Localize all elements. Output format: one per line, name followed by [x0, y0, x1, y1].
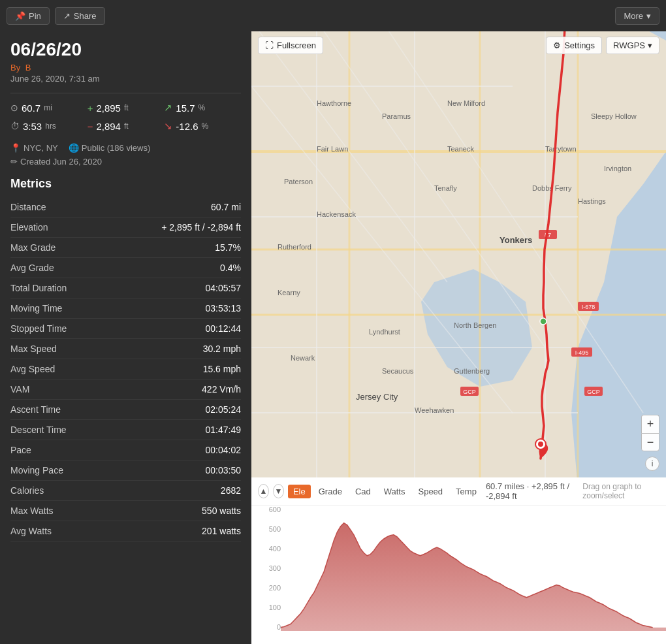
chart-y-labels: 6005004003002001000 — [258, 506, 281, 631]
svg-text:Paterson: Paterson — [284, 178, 313, 185]
route-date: June 26, 2020, 7:31 am — [10, 74, 241, 84]
pin-button[interactable]: 📌 Pin — [7, 7, 50, 25]
chevron-down-icon: ▾ — [648, 40, 652, 50]
zoom-controls: + − — [641, 415, 659, 451]
svg-text:Hastings: Hastings — [578, 197, 606, 205]
fullscreen-icon: ⛶ — [265, 40, 274, 50]
metrics-row: Pace00:04:02 — [10, 440, 241, 460]
svg-text:Secaucus: Secaucus — [382, 367, 414, 375]
svg-text:Guttenberg: Guttenberg — [454, 367, 490, 375]
share-icon: ↗ — [63, 11, 71, 21]
right-panel: 87 GCP GCP I-495 I-678 Newark Jersey Cit… — [251, 31, 666, 644]
y-label: 300 — [258, 564, 281, 572]
svg-text:Lyndhurst: Lyndhurst — [369, 328, 400, 336]
location-info: 📍 NYC, NY — [10, 143, 58, 153]
y-label: 0 — [258, 623, 281, 631]
clock-icon: ⏱ — [10, 121, 20, 131]
rwgps-button[interactable]: RWGPS ▾ — [606, 37, 659, 54]
stat-elevation-gain: + 2,895 ft — [87, 100, 165, 116]
svg-text:Irvington: Irvington — [604, 165, 631, 172]
chart-down-button[interactable]: ▼ — [273, 484, 284, 498]
chart-tab-speed[interactable]: Speed — [413, 485, 448, 498]
created-info: ✏ Created Jun 26, 2020 — [10, 157, 241, 167]
y-label: 600 — [258, 506, 281, 513]
metrics-title: Metrics — [10, 177, 241, 191]
left-panel: 06/26/20 By B June 26, 2020, 7:31 am ⊙ 6… — [0, 31, 251, 644]
stat-max-grade: ↗ 15.7 % — [164, 100, 241, 116]
zoom-in-button[interactable]: + — [641, 415, 659, 433]
chart-tab-cad[interactable]: Cad — [350, 485, 376, 498]
svg-text:New Milford: New Milford — [447, 99, 485, 107]
map-svg: 87 GCP GCP I-495 I-678 Newark Jersey Cit… — [251, 31, 666, 477]
main-content: 06/26/20 By B June 26, 2020, 7:31 am ⊙ 6… — [0, 31, 666, 644]
share-button[interactable]: ↗ Share — [55, 7, 105, 25]
metrics-row: Descent Time01:47:49 — [10, 420, 241, 440]
map-area[interactable]: 87 GCP GCP I-495 I-678 Newark Jersey Cit… — [251, 31, 666, 477]
map-controls-group: ⚙ Settings RWGPS ▾ — [546, 37, 659, 54]
route-by: By B — [10, 63, 241, 72]
meta-info: 📍 NYC, NY 🌐 Public (186 views) — [10, 143, 241, 153]
chart-toolbar: ▲ ▼ EleGradeCadWattsSpeedTemp 60.7 miles… — [251, 477, 666, 506]
chart-hint: Drag on graph to zoom/select — [582, 482, 659, 500]
svg-text:Newark: Newark — [291, 354, 315, 362]
pencil-icon: ✏ — [10, 157, 18, 167]
chart-tab-watts[interactable]: Watts — [379, 485, 411, 498]
map-toolbar: ⛶ Fullscreen ⚙ Settings RWGPS ▾ — [251, 37, 666, 54]
more-button[interactable]: More ▾ — [615, 7, 659, 25]
y-label: 500 — [258, 525, 281, 533]
zoom-out-button[interactable]: − — [641, 433, 659, 451]
svg-text:Teaneck: Teaneck — [447, 145, 474, 153]
stat-duration: ⏱ 3:53 hrs — [10, 118, 87, 134]
chevron-down-icon: ▾ — [646, 11, 651, 21]
chart-summary: 60.7 miles · +2,895 ft / -2,894 ft — [486, 481, 573, 501]
map-info-button[interactable]: i — [645, 457, 659, 471]
metrics-table: Distance60.7 miElevation+ 2,895 ft / -2,… — [10, 197, 241, 541]
route-author[interactable]: B — [25, 63, 31, 72]
svg-point-54 — [540, 318, 547, 325]
chart-body[interactable]: 6005004003002001000 — [251, 506, 666, 644]
metrics-row: Avg Watts201 watts — [10, 521, 241, 541]
metrics-row: Total Duration04:05:57 — [10, 278, 241, 298]
svg-text:Jersey City: Jersey City — [356, 392, 398, 402]
svg-text:I-678: I-678 — [582, 304, 595, 310]
gear-icon: ⚙ — [553, 40, 561, 50]
svg-text:Hackensack: Hackensack — [317, 210, 356, 218]
chart-tab-ele[interactable]: Ele — [288, 485, 311, 498]
settings-button[interactable]: ⚙ Settings — [546, 37, 602, 54]
svg-text:Fair Lawn: Fair Lawn — [317, 145, 348, 153]
metrics-row: Avg Grade0.4% — [10, 258, 241, 278]
metrics-row: Max Speed30.2 mph — [10, 339, 241, 359]
svg-text:North Bergen: North Bergen — [454, 321, 496, 329]
globe-icon: 🌐 — [69, 143, 79, 153]
svg-text:Rutherford: Rutherford — [278, 243, 311, 251]
metrics-row: VAM422 Vm/h — [10, 379, 241, 400]
route-title: 06/26/20 — [10, 39, 241, 60]
svg-text:Kearny: Kearny — [278, 289, 300, 297]
metrics-row: Moving Pace00:03:50 — [10, 460, 241, 481]
metrics-row: Avg Speed15.6 mph — [10, 359, 241, 379]
svg-text:Hawthorne: Hawthorne — [317, 99, 351, 107]
svg-text:GCP: GCP — [463, 389, 476, 395]
toolbar: 📌 Pin ↗ Share More ▾ — [0, 0, 666, 31]
metrics-row: Elevation+ 2,895 ft / -2,894 ft — [10, 217, 241, 238]
y-label: 200 — [258, 584, 281, 592]
chart-up-button[interactable]: ▲ — [258, 484, 269, 498]
chart-tab-grade[interactable]: Grade — [313, 485, 347, 498]
svg-text:Yonkers: Yonkers — [500, 235, 532, 245]
svg-text:Tarrytown: Tarrytown — [545, 145, 577, 153]
metrics-row: Max Watts550 watts — [10, 501, 241, 521]
svg-text:Weehawken: Weehawken — [415, 406, 454, 414]
quick-stats: ⊙ 60.7 mi + 2,895 ft ↗ 15.7 % ⏱ 3:53 hrs — [10, 93, 241, 134]
fullscreen-button[interactable]: ⛶ Fullscreen — [258, 37, 323, 54]
chart-area: ▲ ▼ EleGradeCadWattsSpeedTemp 60.7 miles… — [251, 477, 666, 644]
svg-text:Paramus: Paramus — [382, 112, 411, 120]
metrics-row: Moving Time03:53:13 — [10, 298, 241, 319]
svg-text:Sleepy Hollow: Sleepy Hollow — [591, 112, 637, 120]
distance-icon: ⊙ — [10, 103, 18, 113]
metrics-row: Calories2682 — [10, 481, 241, 501]
chart-tab-temp[interactable]: Temp — [451, 485, 482, 498]
metrics-row: Distance60.7 mi — [10, 197, 241, 217]
stat-distance: ⊙ 60.7 mi — [10, 100, 87, 116]
pin-icon: 📌 — [15, 11, 25, 21]
visibility-info: 🌐 Public (186 views) — [69, 143, 151, 153]
